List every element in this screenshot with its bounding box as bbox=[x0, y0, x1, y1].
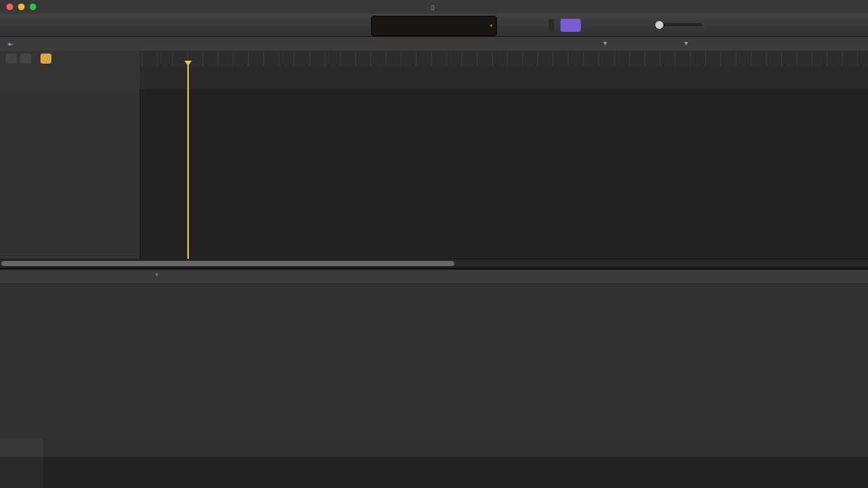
lcd-display[interactable]: ▾ bbox=[371, 16, 497, 36]
control-bar: ▾ bbox=[0, 14, 868, 37]
tracks-toolrow bbox=[0, 51, 868, 67]
global-tracks bbox=[0, 67, 868, 88]
playhead[interactable] bbox=[187, 61, 189, 259]
track-list-button[interactable] bbox=[20, 53, 31, 64]
add-track-button[interactable] bbox=[6, 53, 17, 64]
midi-in-icon[interactable]: ⇤ bbox=[6, 39, 16, 48]
bar-ruler[interactable] bbox=[140, 51, 868, 67]
count-in-button[interactable] bbox=[548, 19, 554, 32]
mixer-area: ▾ bbox=[0, 268, 868, 488]
solo-mode-button[interactable] bbox=[41, 53, 51, 64]
lcd-chevron-icon[interactable]: ▾ bbox=[490, 22, 493, 29]
arrangement-track bbox=[140, 67, 868, 78]
metronome-button[interactable] bbox=[561, 19, 581, 32]
mixer-menubar: ▾ bbox=[0, 270, 868, 284]
horizontal-scrollbar[interactable] bbox=[0, 259, 868, 267]
drag-chevron-icon[interactable]: ▾ bbox=[684, 39, 688, 47]
master-volume-slider[interactable] bbox=[655, 23, 702, 26]
signature-track bbox=[140, 77, 868, 89]
scrollbar-thumb[interactable] bbox=[1, 261, 454, 266]
window-title: ▯ bbox=[0, 2, 868, 11]
track-headers bbox=[0, 88, 140, 259]
channel-colors-row bbox=[0, 457, 868, 488]
tracks-area: ⇤ ▾ ▾ bbox=[0, 37, 868, 266]
tracks-body bbox=[0, 88, 868, 259]
snap-chevron-icon[interactable]: ▾ bbox=[603, 39, 607, 47]
titlebar: ▯ bbox=[0, 0, 868, 14]
sends-chevron-icon[interactable]: ▾ bbox=[156, 272, 158, 278]
logic-pro-window: ▯ ▾ bbox=[0, 0, 868, 488]
mixer-body bbox=[0, 283, 868, 488]
track-lanes bbox=[140, 88, 868, 259]
tracks-menubar: ⇤ ▾ ▾ bbox=[0, 37, 868, 51]
channel-names-row bbox=[0, 438, 868, 457]
volume-thumb[interactable] bbox=[655, 20, 664, 30]
device-icon: ▯ bbox=[431, 4, 435, 11]
